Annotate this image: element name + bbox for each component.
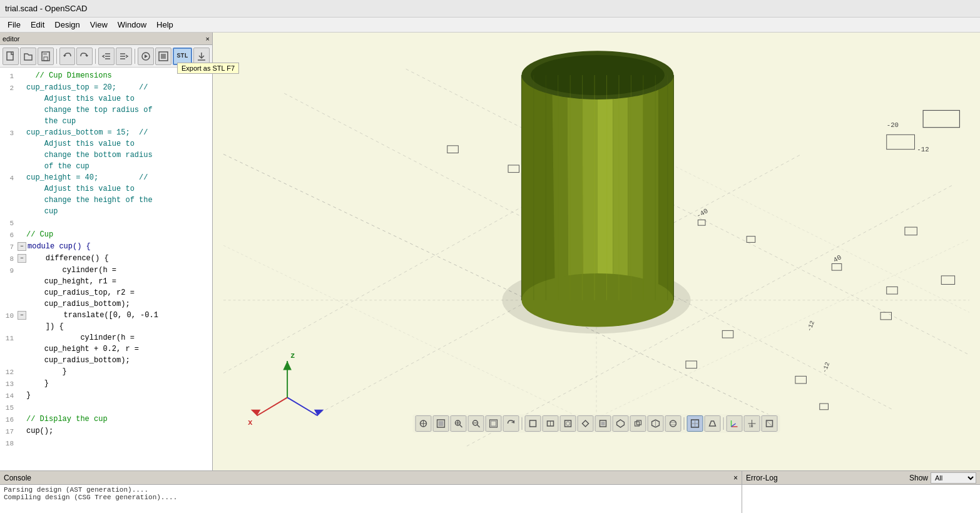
editor-title: editor bbox=[3, 35, 20, 43]
svg-marker-54 bbox=[583, 75, 598, 300]
code-line-16: 16 // Display the cup bbox=[0, 414, 212, 425]
viewport-toolbar: 10 bbox=[413, 414, 780, 433]
save-button[interactable] bbox=[38, 48, 54, 65]
code-area[interactable]: 1 // Cup Dimensions 2 cup_radius_top = 2… bbox=[0, 68, 212, 470]
svg-marker-117 bbox=[710, 421, 716, 426]
vp-rotate-btn[interactable] bbox=[503, 415, 519, 432]
svg-line-91 bbox=[460, 425, 462, 427]
svg-text:z: z bbox=[290, 351, 295, 360]
new-button[interactable] bbox=[3, 48, 19, 65]
viewport[interactable]: -40 -40 40 -20 -12 -12 -12 bbox=[213, 33, 980, 470]
code-line-12: 12 } bbox=[0, 366, 212, 378]
menu-design[interactable]: Design bbox=[49, 19, 84, 31]
vp-axes-btn[interactable] bbox=[727, 415, 743, 432]
svg-point-61 bbox=[531, 55, 665, 95]
errorlog-filter-select[interactable]: All Errors Warnings bbox=[931, 472, 976, 484]
svg-point-62 bbox=[521, 273, 673, 327]
vp-zoom-out-btn[interactable] bbox=[468, 415, 484, 432]
bottom-panel: Console × Parsing design (AST generation… bbox=[0, 470, 980, 513]
svg-text:x: x bbox=[248, 418, 253, 427]
open-button[interactable] bbox=[20, 48, 36, 65]
svg-rect-99 bbox=[530, 420, 536, 427]
svg-rect-89 bbox=[439, 421, 444, 426]
errorlog-header: Error-Log Show All Errors Warnings bbox=[742, 471, 980, 485]
main-layout: editor × bbox=[0, 33, 980, 513]
menubar: File Edit Design View Window Help bbox=[0, 18, 980, 33]
vp-view-front-btn[interactable] bbox=[543, 415, 559, 432]
fold-btn-8[interactable]: − bbox=[18, 254, 26, 263]
indent-less-button[interactable] bbox=[98, 48, 115, 65]
indent-more-button[interactable] bbox=[116, 48, 132, 65]
titlebar: trial.scad - OpenSCAD bbox=[0, 0, 980, 18]
errorlog-filter: Show All Errors Warnings bbox=[909, 472, 976, 484]
menu-view[interactable]: View bbox=[85, 19, 113, 31]
export-button[interactable] bbox=[193, 48, 210, 65]
errorlog-panel: Error-Log Show All Errors Warnings bbox=[742, 471, 980, 513]
menu-file[interactable]: File bbox=[3, 19, 26, 31]
vp-edges-btn[interactable] bbox=[762, 415, 778, 432]
svg-marker-55 bbox=[598, 75, 613, 300]
export-stl-button[interactable]: STL bbox=[173, 48, 193, 65]
vp-view-3d-2-btn[interactable] bbox=[630, 415, 646, 432]
console-close-btn[interactable]: × bbox=[733, 474, 738, 482]
code-line-8: 8 − difference() { bbox=[0, 253, 212, 265]
undo-button[interactable] bbox=[59, 48, 76, 65]
vp-orthographic-btn[interactable] bbox=[687, 415, 703, 432]
svg-point-112 bbox=[670, 420, 676, 427]
code-line-14: 14 } bbox=[0, 390, 212, 402]
fold-btn-10[interactable]: − bbox=[18, 311, 26, 320]
code-line-1: 1 // Cup Dimensions bbox=[0, 70, 212, 82]
svg-marker-57 bbox=[628, 75, 643, 300]
svg-point-103 bbox=[566, 422, 570, 425]
svg-point-113 bbox=[670, 422, 676, 425]
console-header: Console × bbox=[0, 471, 742, 485]
code-line-13: 13 } bbox=[0, 378, 212, 390]
vp-view-left-btn[interactable] bbox=[578, 415, 594, 432]
svg-rect-0 bbox=[7, 52, 13, 60]
vp-zoom-fit-btn[interactable] bbox=[486, 415, 502, 432]
vp-view-bottom-btn[interactable] bbox=[560, 415, 576, 432]
menu-help[interactable]: Help bbox=[151, 19, 178, 31]
svg-marker-106 bbox=[601, 422, 605, 425]
vp-view-3d-3-btn[interactable] bbox=[648, 415, 664, 432]
console-content: Parsing design (AST generation).... Comp… bbox=[0, 485, 742, 502]
vp-view-3d-1-btn[interactable] bbox=[613, 415, 629, 432]
code-line-17: 17 cup(); bbox=[0, 425, 212, 437]
vp-perspective-btn[interactable] bbox=[705, 415, 721, 432]
svg-marker-58 bbox=[643, 75, 658, 300]
vp-zoom-in-btn[interactable] bbox=[451, 415, 467, 432]
vp-crosshairs-btn[interactable]: 10 bbox=[744, 415, 760, 432]
editor-titlebar: editor × bbox=[0, 33, 212, 45]
code-line-10: 10 − translate([0, 0, -0.1 ]) { bbox=[0, 310, 212, 332]
svg-rect-3 bbox=[44, 57, 48, 61]
code-line-11: 11 cylinder(h = cup_height + 0.2, r = cu… bbox=[0, 332, 212, 366]
preview-button[interactable] bbox=[138, 48, 154, 65]
svg-line-95 bbox=[477, 425, 480, 427]
toolbar-sep-1 bbox=[56, 49, 57, 64]
svg-marker-104 bbox=[583, 420, 589, 427]
vp-view-right-btn[interactable] bbox=[595, 415, 611, 432]
editor-close-btn[interactable]: × bbox=[206, 35, 210, 43]
code-line-6: 6 // Cup bbox=[0, 229, 212, 241]
fold-btn-7[interactable]: − bbox=[18, 242, 26, 251]
vp-reset-btn[interactable] bbox=[416, 415, 432, 432]
render-button[interactable] bbox=[155, 48, 171, 65]
code-line-9: 9 cylinder(h = cup_height, r1 = cup_radi… bbox=[0, 265, 212, 310]
redo-button[interactable] bbox=[76, 48, 93, 65]
editor-panel: editor × bbox=[0, 33, 213, 470]
vp-sep-1 bbox=[522, 417, 523, 430]
svg-marker-51 bbox=[521, 75, 554, 300]
menu-edit[interactable]: Edit bbox=[26, 19, 49, 31]
menu-window[interactable]: Window bbox=[113, 19, 151, 31]
code-line-5: 5 bbox=[0, 217, 212, 229]
svg-marker-107 bbox=[617, 420, 625, 427]
code-line-4: 4 cup_height = 40; // Adjust this value … bbox=[0, 172, 212, 217]
vp-fit-all-btn[interactable] bbox=[433, 415, 449, 432]
vp-view-3d-4-btn[interactable] bbox=[665, 415, 681, 432]
errorlog-title: Error-Log bbox=[746, 474, 778, 482]
toolbar-sep-2 bbox=[95, 49, 96, 64]
vp-view-top-btn[interactable] bbox=[525, 415, 541, 432]
code-line-3: 3 cup_radius_bottom = 15; // Adjust this… bbox=[0, 127, 212, 172]
content-area: editor × bbox=[0, 33, 980, 470]
console-panel: Console × Parsing design (AST generation… bbox=[0, 471, 742, 513]
